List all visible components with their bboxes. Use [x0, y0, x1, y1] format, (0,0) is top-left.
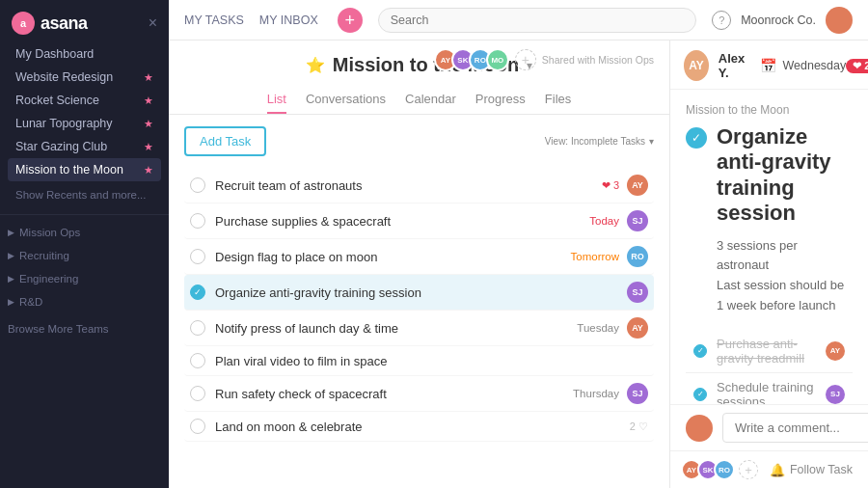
sidebar-rd[interactable]: ▶ R&D	[0, 290, 169, 313]
tab-calendar[interactable]: Calendar	[405, 86, 456, 114]
sidebar-close-button[interactable]: ×	[149, 14, 157, 32]
follow-task-label: Follow Task	[790, 463, 853, 476]
add-member-button[interactable]: +	[515, 49, 536, 70]
heart-badge[interactable]: ❤ 2	[846, 59, 868, 73]
main-content: MY TASKS MY INBOX + ? Moonrock Co. ⭐ Mis…	[169, 0, 868, 488]
task-assignee-avatar: AY	[627, 317, 648, 339]
sidebar-mission-ops[interactable]: ▶ Mission Ops	[0, 221, 169, 244]
task-due-date: Tomorrow	[571, 251, 619, 262]
task-row[interactable]: Design flag to place on moon Tomorrow RO	[184, 239, 654, 275]
task-name: Land on moon & celebrate	[215, 420, 630, 434]
sidebar-item-label: Mission to the Moon	[15, 163, 123, 176]
show-recents-link[interactable]: Show Recents and more...	[8, 185, 161, 204]
user-avatar[interactable]	[826, 7, 853, 34]
add-task-button[interactable]: Add Task	[184, 126, 266, 156]
subtask-checkbox[interactable]: ✓	[693, 344, 707, 358]
task-name: Notify press of launch day & time	[215, 321, 577, 336]
sidebar-item-lunar-topography[interactable]: Lunar Topography ★	[8, 112, 161, 135]
subtask-avatar: SJ	[826, 385, 845, 404]
task-likes: 2 ♡	[630, 420, 648, 433]
asana-logo: a asana	[12, 12, 88, 35]
heart-count: 2	[864, 60, 868, 71]
help-button[interactable]: ?	[712, 11, 731, 30]
task-meta: SJ	[627, 282, 648, 303]
footer-avatar: RO	[714, 459, 735, 480]
task-name: Plan viral video to film in space	[215, 354, 648, 368]
sidebar-item-star-gazing[interactable]: Star Gazing Club ★	[8, 135, 161, 158]
task-row[interactable]: Land on moon & celebrate 2 ♡	[184, 412, 654, 442]
task-name: Purchase supplies & spacecraft	[215, 214, 589, 229]
project-header: ⭐ Mission to the Moon ▾ AY SK RO MO + Sh…	[169, 41, 669, 115]
star-icon: ★	[144, 71, 153, 84]
asana-wordmark: asana	[41, 14, 88, 34]
subtask-avatar: AY	[826, 341, 845, 361]
my-tasks-link[interactable]: MY TASKS	[184, 14, 244, 27]
tab-progress[interactable]: Progress	[475, 86, 526, 114]
sidebar-item-label: Lunar Topography	[15, 117, 113, 130]
task-checkbox[interactable]	[190, 386, 205, 401]
task-meta: Thursday SJ	[573, 383, 648, 404]
detail-footer: AY SK RO + 🔔 Follow Task	[670, 450, 868, 488]
detail-task-check[interactable]: ✓	[686, 127, 707, 149]
footer-avatars: AY SK RO +	[686, 459, 758, 480]
subtask-row[interactable]: ✓ Purchase anti-gravity treadmill AY	[686, 330, 853, 373]
task-row[interactable]: Run safety check of spacecraft Thursday …	[184, 376, 654, 412]
task-checkbox[interactable]	[190, 320, 205, 336]
asana-icon: a	[12, 12, 35, 35]
task-row[interactable]: Plan viral video to film in space	[184, 346, 654, 376]
task-checkbox[interactable]	[190, 249, 205, 264]
sidebar-item-label: Website Redesign	[15, 70, 113, 84]
tab-list[interactable]: List	[267, 86, 286, 114]
sidebar-item-rocket-science[interactable]: Rocket Science ★	[8, 89, 161, 112]
sidebar-item-website-redesign[interactable]: Website Redesign ★	[8, 66, 161, 89]
task-row[interactable]: Recruit team of astronauts ❤ 3 AY	[184, 168, 654, 203]
sidebar-item-label: Rocket Science	[15, 94, 99, 107]
my-inbox-link[interactable]: MY INBOX	[259, 14, 318, 27]
sidebar-engineering[interactable]: ▶ Engineering	[0, 267, 169, 290]
detail-task-desc-line2: Last session should be 1 week before lau…	[717, 276, 853, 316]
tab-files[interactable]: Files	[545, 86, 571, 114]
add-follower-button[interactable]: +	[739, 460, 758, 479]
follow-task-button[interactable]: 🔔 Follow Task	[770, 463, 853, 477]
bell-icon: 🔔	[770, 463, 785, 477]
task-checkbox[interactable]	[190, 213, 205, 229]
subtask-name: Schedule training sessions	[717, 380, 826, 404]
star-icon: ★	[144, 118, 153, 130]
task-meta: Tuesday AY	[577, 317, 648, 339]
task-due-date: Today	[589, 215, 619, 227]
task-meta: Tomorrow RO	[571, 246, 648, 267]
team-label: Engineering	[19, 273, 78, 285]
comment-input[interactable]	[722, 413, 868, 443]
task-list-body: Add Task View: Incomplete Tasks ▾ Recrui…	[169, 115, 669, 488]
task-name: Recruit team of astronauts	[215, 178, 602, 193]
task-assignee-avatar: SJ	[627, 383, 648, 404]
project-tabs: List Conversations Calendar Progress Fil…	[169, 80, 669, 115]
search-input[interactable]	[378, 8, 696, 33]
task-checkbox[interactable]	[190, 419, 205, 434]
calendar-icon: 📅	[760, 58, 776, 73]
task-due-date: Tuesday	[577, 322, 619, 334]
task-checkbox[interactable]: ✓	[190, 285, 205, 300]
detail-due-date: Wednesday	[782, 59, 846, 72]
sidebar-item-dashboard[interactable]: My Dashboard	[8, 42, 161, 66]
add-button[interactable]: +	[338, 8, 363, 33]
task-row[interactable]: Purchase supplies & spacecraft Today SJ	[184, 203, 654, 239]
detail-panel: AY Alex Y. 📅 Wednesday ❤ 2 🏷 👥 📎 •••	[670, 41, 868, 488]
subtask-name: Purchase anti-gravity treadmill	[717, 337, 826, 366]
sidebar-item-mission-moon[interactable]: Mission to the Moon ★	[8, 158, 161, 181]
sidebar-teams: ▶ Mission Ops ▶ Recruiting ▶ Engineering…	[0, 221, 169, 340]
chevron-right-icon: ▶	[8, 228, 14, 237]
view-filter-dropdown[interactable]: View: Incomplete Tasks ▾	[545, 136, 654, 147]
task-name: Design flag to place on moon	[215, 250, 571, 264]
task-row[interactable]: Notify press of launch day & time Tuesda…	[184, 311, 654, 346]
subtask-checkbox[interactable]: ✓	[693, 388, 707, 401]
task-checkbox[interactable]	[190, 177, 205, 193]
content-area: ⭐ Mission to the Moon ▾ AY SK RO MO + Sh…	[169, 41, 868, 488]
subtask-row[interactable]: ✓ Schedule training sessions SJ	[686, 373, 853, 404]
browse-more-teams-link[interactable]: Browse More Teams	[0, 317, 169, 340]
tab-conversations[interactable]: Conversations	[306, 86, 386, 114]
task-checkbox[interactable]	[190, 353, 205, 368]
task-row[interactable]: ✓ Organize anti-gravity training session…	[184, 275, 654, 311]
sidebar-recruiting[interactable]: ▶ Recruiting	[0, 244, 169, 267]
chevron-down-icon: ▾	[649, 136, 654, 147]
